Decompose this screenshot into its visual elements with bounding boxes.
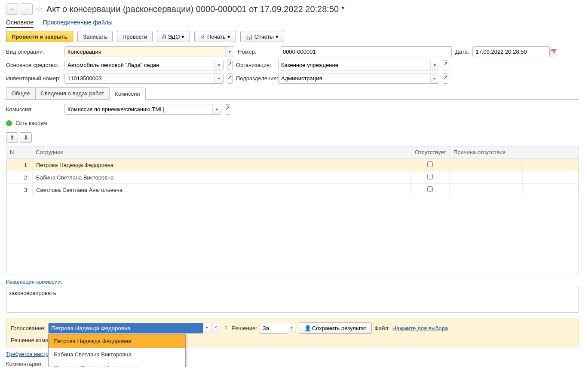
dropdown-item[interactable]: Бабина Светлана Викторовна [49,348,185,361]
file-label: Файл: [374,325,390,331]
tab-works[interactable]: Сведения о видах работ [35,87,110,99]
config-link[interactable]: Требуется настрой [6,351,55,357]
col-extra [523,146,579,158]
print-button[interactable]: 🖨Печать▾ [194,31,236,42]
table-row[interactable]: 1 Петрова Надежда Федоровна [7,159,579,171]
save-button[interactable]: Записать [77,31,113,42]
org-label: Организация: [236,62,275,68]
table-header-row: N Сотрудник Отсутствует Причина отсутств… [6,146,579,158]
dropdown-item[interactable]: Петрова Надежда Федоровна [49,334,185,348]
org-dropdown-icon[interactable]: ▾ [430,60,439,70]
post-button[interactable]: Провести [117,31,153,42]
decision-dropdown-icon[interactable]: ▾ [288,323,296,332]
commission-dropdown-icon[interactable]: ▾ [212,104,221,114]
asset-input[interactable] [65,60,214,70]
chevron-down-icon: ▾ [181,33,184,40]
save-result-button[interactable]: 👤Сохранить результат [299,322,372,334]
favorite-star-icon[interactable]: ☆ [35,5,44,13]
dept-dropdown-icon[interactable]: ▾ [430,73,439,83]
voter-dropdown-list: Петрова Надежда Федоровна Бабина Светлан… [48,334,186,368]
chevron-down-icon: ▾ [276,33,279,40]
commission-open-icon[interactable]: ↗ [225,104,230,115]
table-row[interactable]: 3 Светлова Светлана Анатольевна [7,184,579,196]
op-type-input[interactable] [65,47,225,57]
reports-button[interactable]: 📊Отчеты▾ [240,31,284,42]
decision-label: Решение: [232,325,257,331]
inv-open-icon[interactable]: ↗ [227,73,233,84]
move-down-button[interactable]: ⬇ [20,132,32,143]
printer-icon: 🖨 [200,33,205,40]
number-input[interactable] [280,47,451,57]
person-icon: 👤 [304,325,310,331]
number-label: Номер: [238,49,276,55]
tab-commission[interactable]: Комиссия [109,88,145,100]
row-emp: Петрова Надежда Федоровна [33,159,411,171]
row-reason[interactable] [450,171,523,184]
absent-checkbox[interactable] [427,161,433,167]
dept-open-icon[interactable]: ↗ [443,73,448,84]
row-emp: Бабина Светлана Викторовна [33,171,411,184]
dropdown-item[interactable]: Светлова Светлана Анатольевна [49,361,185,368]
row-n: 3 [7,184,33,196]
row-reason[interactable] [450,184,523,196]
file-select-link[interactable]: Нажмите для выбора [392,325,448,331]
asset-label: Основное средство: [6,62,61,68]
nav-main[interactable]: Основное [6,19,34,28]
voter-input[interactable] [48,323,203,334]
comment-label: Комментарий: [6,361,43,367]
edo-button[interactable]: ⎙ЭДО▾ [157,31,190,42]
voting-label: Голосование: [11,325,46,331]
edo-icon: ⎙ [162,33,166,40]
quorum-text: Есть кворум [15,120,47,126]
commission-input[interactable] [65,104,212,114]
inv-label: Инвентарный номер: [6,75,61,82]
calendar-icon[interactable] [550,47,557,57]
dept-input[interactable] [279,73,430,83]
asset-open-icon[interactable]: ↗ [227,60,233,70]
voter-dropdown-icon[interactable]: ▾ [203,323,211,332]
row-emp: Светлова Светлана Анатольевна [33,184,411,196]
date-label: Дата: [455,49,469,55]
move-up-button[interactable]: ⬆ [6,132,18,143]
decision-input[interactable] [260,323,288,334]
asset-dropdown-icon[interactable]: ▾ [214,60,223,70]
absent-checkbox[interactable] [427,174,433,179]
op-type-label: Вид операции: [6,49,61,55]
post-and-close-button[interactable]: Провести и закрыть [6,31,73,42]
nav-attached-files[interactable]: Присоединенные файлы [43,19,113,26]
help-icon[interactable]: ? [223,325,229,331]
org-open-icon[interactable]: ↗ [443,60,448,70]
col-employee: Сотрудник [32,146,411,158]
chart-icon: 📊 [246,33,253,40]
absent-checkbox[interactable] [427,186,433,192]
voter-clear-icon[interactable]: × [211,323,220,332]
op-type-dropdown-icon[interactable]: ▾ [225,47,234,57]
table-row[interactable]: 2 Бабина Светлана Викторовна [7,171,579,184]
page-title: Акт о консервации (расконсервации) 0000-… [46,4,345,14]
commission-label: Комиссия: [6,106,61,112]
dept-label: Подразделение: [236,75,275,82]
inv-input[interactable] [65,73,214,83]
row-n: 2 [7,171,33,184]
quorum-status-icon [6,120,12,126]
date-input[interactable] [473,47,550,57]
row-n: 1 [7,159,33,171]
tab-general[interactable]: Общее [6,87,36,99]
row-reason[interactable] [450,159,523,171]
col-reason: Причина отсутствия [450,146,523,158]
inv-dropdown-icon[interactable]: ▾ [214,73,223,83]
org-input[interactable] [279,60,430,70]
col-n: N [6,146,32,158]
chevron-down-icon: ▾ [227,33,230,40]
col-absent: Отсутствует [411,146,450,158]
commission-decision-label: Решение комис [11,337,51,343]
nav-forward-button[interactable]: → [21,3,33,15]
resolution-label: Резолюция комиссии: [6,274,579,287]
nav-back-button[interactable]: ← [6,3,18,15]
resolution-textarea[interactable]: законсервировать [6,287,579,313]
